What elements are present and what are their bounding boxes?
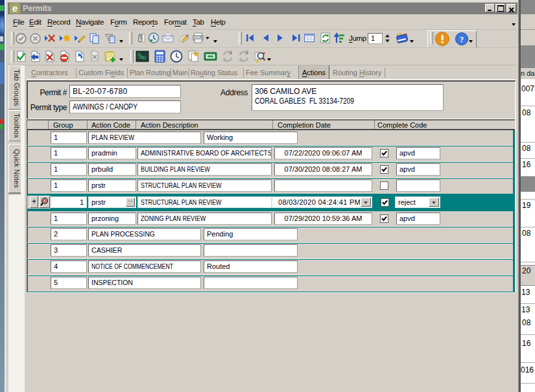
- svg-text:2: 2: [246, 50, 248, 54]
- svg-text:1: 1: [230, 50, 232, 54]
- svg-text:?: ?: [460, 34, 464, 44]
